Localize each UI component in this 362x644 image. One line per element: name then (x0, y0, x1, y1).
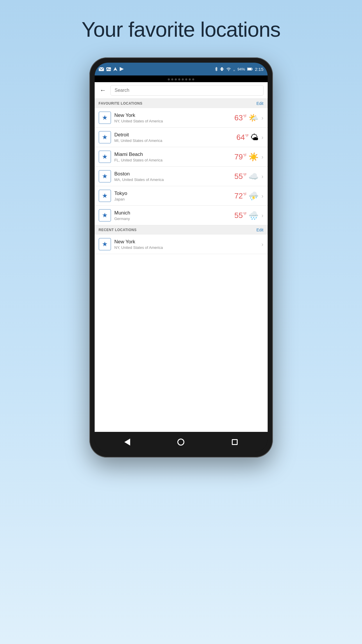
svg-marker-3 (113, 67, 117, 71)
chevron-right-icon: › (262, 134, 264, 141)
svg-rect-9 (233, 70, 235, 71)
svg-rect-12 (248, 68, 251, 70)
star-wrapper: ★ (99, 190, 111, 202)
weather-icon-rain: 🌧️ (248, 211, 259, 220)
list-item[interactable]: ★ Miami Beach FL, United States of Ameri… (95, 147, 268, 167)
navigation-bar (95, 432, 268, 452)
list-item[interactable]: ★ Munich Germany 55°F 🌧️ › (95, 206, 268, 225)
list-item[interactable]: ★ Detroit MI, United States of America 6… (95, 128, 268, 147)
weather-info: 64°F 🌤 (236, 133, 259, 142)
temperature: 63°F (234, 113, 247, 122)
weather-icon-thunder: ⛈️ (248, 191, 259, 201)
recents-nav-button[interactable] (230, 438, 239, 446)
favourite-section-header: FAVOURITE LOCATIONS Edit (95, 99, 268, 108)
location-info: Detroit MI, United States of America (114, 132, 236, 143)
recent-section-title: RECENT LOCATIONS (99, 228, 137, 232)
list-item[interactable]: ★ Tokyo Japan 72°F ⛈️ › (95, 186, 268, 206)
playstore-icon (120, 67, 124, 71)
vibrate-icon (220, 67, 224, 71)
weather-info: 55°F 🌧️ (234, 211, 259, 220)
recent-edit-button[interactable]: Edit (256, 228, 263, 232)
speaker-dot (192, 78, 194, 80)
temperature: 64°F (236, 133, 249, 142)
list-item[interactable]: ★ New York NY, United States of America … (95, 235, 268, 254)
svg-rect-5 (221, 67, 223, 71)
location-name: Miami Beach (114, 152, 234, 157)
chevron-right-icon: › (262, 115, 264, 121)
svg-rect-1 (106, 67, 111, 71)
star-icon: ★ (102, 173, 108, 180)
speaker-dot (171, 78, 173, 80)
back-button[interactable]: ← (99, 85, 107, 95)
signal-icon (233, 67, 235, 71)
home-circle-icon (177, 439, 184, 446)
svg-rect-11 (252, 68, 252, 70)
weather-info: 55°F ☁️ (234, 172, 259, 181)
temperature: 72°F (234, 191, 247, 200)
list-item[interactable]: ★ Boston MA, United States of America 55… (95, 167, 268, 186)
location-sub: NY, United States of America (114, 119, 234, 123)
svg-rect-7 (223, 68, 224, 70)
search-input[interactable] (110, 85, 264, 96)
speaker-dot (178, 78, 180, 80)
location-info: Miami Beach FL, United States of America (114, 152, 234, 162)
location-sub: MI, United States of America (114, 138, 236, 143)
temperature: 55°F (234, 172, 247, 181)
weather-info: 72°F ⛈️ (234, 191, 259, 201)
back-nav-button[interactable] (123, 438, 132, 446)
star-wrapper: ★ (99, 238, 111, 250)
list-item[interactable]: ★ New York NY, United States of America … (95, 108, 268, 128)
nav-icon (113, 67, 117, 71)
star-icon: ★ (102, 212, 108, 219)
location-info: New York NY, United States of America (114, 112, 234, 123)
image-icon (106, 67, 111, 71)
location-sub: Japan (114, 197, 234, 201)
location-info: Boston MA, United States of America (114, 171, 234, 182)
status-bar-left-icons (99, 67, 124, 71)
weather-icon-partly-cloudy-sun: 🌤️ (248, 113, 259, 123)
location-sub: NY, United States of America (114, 245, 262, 250)
speaker-dot (189, 78, 191, 80)
speaker-area (95, 75, 268, 82)
status-bar-right-icons: 94% 2:15 (215, 67, 263, 72)
location-sub: MA, United States of America (114, 177, 234, 182)
app-content: ← FAVOURITE LOCATIONS Edit ★ New York NY… (95, 82, 268, 432)
recent-section-header: RECENT LOCATIONS Edit (95, 225, 268, 235)
mail-icon (99, 67, 104, 71)
star-wrapper: ★ (99, 209, 111, 221)
location-info: Munich Germany (114, 210, 234, 221)
home-nav-button[interactable] (176, 438, 185, 446)
weather-icon-cloudy: ☁️ (248, 172, 259, 181)
star-wrapper: ★ (99, 131, 111, 143)
chevron-right-icon: › (262, 212, 264, 219)
chevron-right-icon: › (262, 193, 264, 199)
status-time: 2:15 (255, 67, 263, 72)
recents-square-icon (232, 439, 238, 445)
favourite-edit-button[interactable]: Edit (256, 101, 263, 106)
weather-info: 79°F ☀️ (234, 152, 259, 162)
star-icon: ★ (102, 192, 108, 200)
weather-icon-sunny: ☀️ (248, 152, 259, 162)
location-name: New York (114, 112, 234, 118)
speaker-dot (175, 78, 177, 80)
location-info: New York NY, United States of America (114, 239, 262, 250)
temperature: 79°F (234, 152, 247, 161)
location-name: Boston (114, 171, 234, 177)
svg-marker-4 (120, 67, 124, 71)
speaker-dot (182, 78, 184, 80)
battery-icon (247, 68, 252, 71)
svg-rect-6 (220, 68, 221, 70)
location-sub: FL, United States of America (114, 158, 234, 162)
location-info: Tokyo Japan (114, 191, 234, 201)
wifi-icon (226, 67, 231, 71)
phone-shell: 94% 2:15 (89, 57, 273, 458)
star-icon: ★ (102, 240, 108, 248)
location-sub: Germany (114, 217, 234, 221)
weather-info: 63°F 🌤️ (234, 113, 259, 123)
phone-screen: 94% 2:15 (95, 63, 268, 452)
back-triangle-icon (124, 439, 130, 446)
speaker-dot (168, 78, 170, 80)
star-wrapper: ★ (99, 170, 111, 182)
star-icon: ★ (102, 114, 108, 122)
search-bar: ← (95, 82, 268, 99)
